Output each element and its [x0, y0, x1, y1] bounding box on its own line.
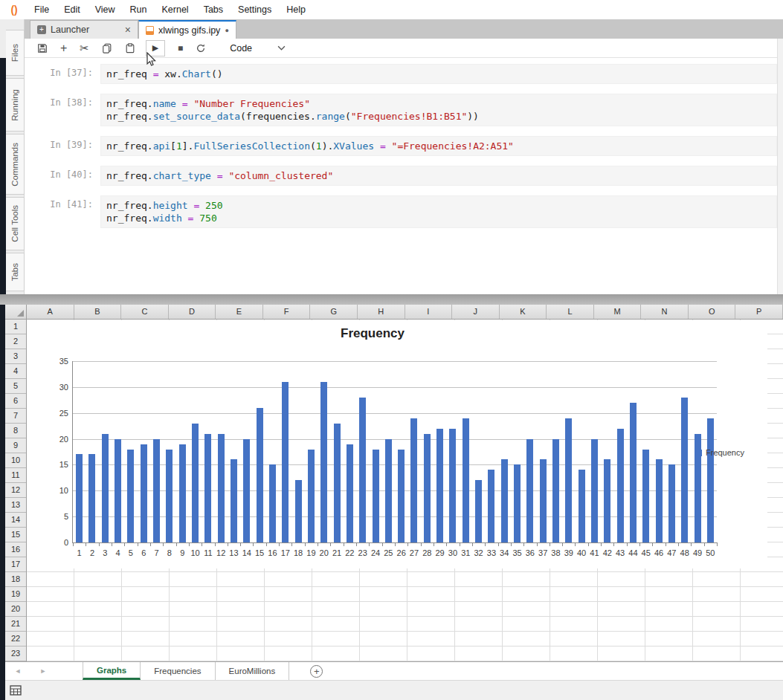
row-header-13[interactable]: 13: [5, 498, 26, 513]
column-header-O[interactable]: O: [689, 305, 736, 319]
cell-input[interactable]: nr_freq.api[1].FullSeriesCollection(1).X…: [100, 136, 777, 156]
sheet-nav-left-icon[interactable]: ◄: [5, 662, 30, 680]
sheet-tab-graphs[interactable]: Graphs: [83, 662, 141, 680]
sheet-tab-frequencies[interactable]: Frequencies: [141, 662, 215, 680]
x-tick-label: 23: [356, 548, 369, 557]
column-header-G[interactable]: G: [310, 305, 358, 319]
cut-icon[interactable]: ✂: [80, 42, 89, 55]
cell-input[interactable]: nr_freq.chart_type = "column_clustered": [100, 166, 777, 186]
row-header-19[interactable]: 19: [5, 587, 26, 602]
code-cell[interactable]: In [39]:nr_freq.api[1].FullSeriesCollect…: [25, 136, 777, 156]
bar-5: [127, 450, 134, 542]
sidebar-item-running[interactable]: Running: [6, 78, 25, 132]
row-header-1[interactable]: 1: [5, 320, 26, 334]
sidebar-item-files[interactable]: Files: [6, 30, 25, 76]
column-header-P[interactable]: P: [735, 305, 783, 319]
row-header-12[interactable]: 12: [5, 483, 26, 498]
column-header-B[interactable]: B: [74, 305, 122, 319]
x-tick-label: 48: [678, 548, 691, 557]
row-header-11[interactable]: 11: [5, 468, 26, 483]
add-cell-icon[interactable]: +: [60, 42, 67, 55]
add-sheet-icon[interactable]: +: [310, 665, 323, 678]
x-tick-label: 47: [666, 548, 678, 557]
column-header-F[interactable]: F: [263, 305, 311, 319]
row-header-21[interactable]: 21: [5, 617, 26, 632]
code-cell[interactable]: In [41]:nr_freq.height = 250nr_freq.widt…: [25, 195, 777, 228]
sidebar-item-commands[interactable]: Commands: [6, 134, 25, 195]
code-token: "column_clustered": [228, 170, 333, 181]
column-header-C[interactable]: C: [121, 305, 169, 319]
row-header-18[interactable]: 18: [5, 572, 26, 587]
row-header-6[interactable]: 6: [5, 394, 26, 409]
menu-tabs[interactable]: Tabs: [196, 4, 231, 15]
row-header-23[interactable]: 23: [5, 646, 26, 661]
sidebar-item-tabs[interactable]: Tabs: [6, 253, 25, 291]
menu-settings[interactable]: Settings: [231, 4, 279, 15]
bar-26: [398, 450, 405, 542]
save-icon[interactable]: [37, 43, 48, 54]
menu-edit[interactable]: Edit: [57, 4, 88, 15]
menu-kernel[interactable]: Kernel: [155, 4, 196, 15]
sheet-tab-euromillions[interactable]: EuroMillions: [216, 662, 290, 680]
row-header-15[interactable]: 15: [5, 528, 26, 542]
sheet-nav-right-icon[interactable]: ►: [30, 662, 56, 680]
row-header-3[interactable]: 3: [5, 349, 26, 364]
frequency-chart[interactable]: Frequency 051015202530351234567891011121…: [27, 320, 767, 568]
row-header-8[interactable]: 8: [5, 424, 26, 438]
column-header-M[interactable]: M: [594, 305, 642, 319]
cell-type-dropdown[interactable]: Code: [230, 43, 286, 54]
restart-kernel-icon[interactable]: [196, 43, 206, 54]
row-header-17[interactable]: 17: [5, 557, 26, 572]
bar-50: [707, 418, 714, 542]
cell-input[interactable]: nr_freq.height = 250nr_freq.width = 750: [100, 195, 777, 228]
x-tick-label: 22: [344, 548, 356, 557]
bar-36: [526, 439, 533, 542]
code-cell[interactable]: In [40]:nr_freq.chart_type = "column_clu…: [25, 166, 777, 186]
column-header-D[interactable]: D: [169, 305, 216, 319]
menu-view[interactable]: View: [88, 4, 123, 15]
select-all-corner[interactable]: [5, 305, 27, 320]
row-header-5[interactable]: 5: [5, 379, 26, 394]
column-header-J[interactable]: J: [452, 305, 500, 319]
row-header-14[interactable]: 14: [5, 513, 26, 528]
tab-notebook[interactable]: xlwings gifs.ipy ●: [138, 20, 236, 39]
column-header-H[interactable]: H: [358, 305, 405, 319]
stop-icon[interactable]: ■: [178, 43, 183, 54]
row-header-22[interactable]: 22: [5, 632, 26, 646]
column-header-A[interactable]: A: [27, 305, 74, 319]
column-header-L[interactable]: L: [547, 305, 594, 319]
bar-2: [88, 454, 95, 542]
row-header-2[interactable]: 2: [5, 334, 26, 349]
row-header-10[interactable]: 10: [5, 453, 26, 468]
menu-run[interactable]: Run: [123, 4, 155, 15]
row-header-4[interactable]: 4: [5, 364, 26, 379]
cell-input[interactable]: nr_freq = xw.Chart(): [100, 64, 777, 84]
row-header-16[interactable]: 16: [5, 542, 26, 557]
x-tick-label: 14: [240, 548, 253, 557]
column-header-E[interactable]: E: [216, 305, 263, 319]
window-divider[interactable]: [0, 294, 783, 305]
y-tick-label: 35: [51, 357, 68, 366]
code-cell[interactable]: In [38]:nr_freq.name = "Number Frequenci…: [25, 94, 777, 126]
sidebar-item-cell-tools[interactable]: Cell Tools: [6, 197, 25, 250]
notebook-scrollbar[interactable]: [777, 39, 783, 294]
bar-20: [320, 382, 327, 542]
code-cell[interactable]: In [37]:nr_freq = xw.Chart(): [25, 64, 777, 84]
cell-input[interactable]: nr_freq.name = "Number Frequencies"nr_fr…: [100, 94, 777, 126]
menu-help[interactable]: Help: [279, 4, 313, 15]
column-header-I[interactable]: I: [405, 305, 453, 319]
row-header-7[interactable]: 7: [5, 409, 26, 424]
column-header-N[interactable]: N: [641, 305, 689, 319]
paste-icon[interactable]: [125, 43, 135, 54]
bar-32: [475, 480, 482, 542]
column-header-K[interactable]: K: [500, 305, 547, 319]
tab-launcher[interactable]: + Launcher ×: [30, 20, 138, 39]
bar-8: [166, 450, 173, 542]
code-token: Chart: [182, 68, 211, 80]
row-header-20[interactable]: 20: [5, 602, 26, 617]
status-grid-icon[interactable]: [10, 685, 22, 696]
close-icon[interactable]: ×: [125, 24, 131, 36]
menu-file[interactable]: File: [27, 4, 57, 15]
row-header-9[interactable]: 9: [5, 438, 26, 453]
copy-icon[interactable]: [102, 43, 112, 54]
